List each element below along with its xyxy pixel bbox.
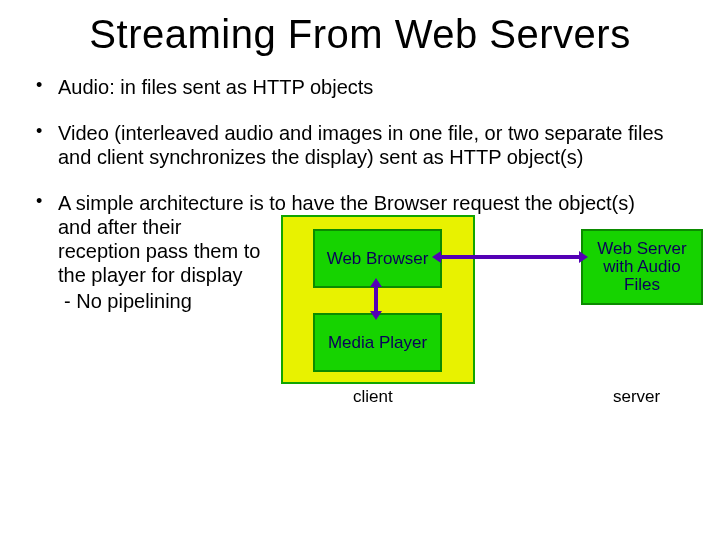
arrow-left-icon bbox=[432, 251, 441, 263]
caption-server: server bbox=[613, 387, 660, 407]
arrow-up-icon bbox=[370, 278, 382, 287]
bullet-2: Video (interleaved audio and images in o… bbox=[30, 121, 690, 169]
bullet-1: Audio: in files sent as HTTP objects bbox=[30, 75, 690, 99]
web-server-box: Web Server with Audio Files bbox=[581, 229, 703, 305]
media-player-box: Media Player bbox=[313, 313, 442, 372]
slide-title: Streaming From Web Servers bbox=[30, 12, 690, 57]
bullet-list: Audio: in files sent as HTTP objects Vid… bbox=[30, 75, 690, 405]
bullet-2-text: Video (interleaved audio and images in o… bbox=[58, 122, 664, 168]
architecture-diagram: Web Browser Media Player Web Server with… bbox=[281, 215, 690, 405]
bullet-1-text: Audio: in files sent as HTTP objects bbox=[58, 76, 373, 98]
arrow-right-icon bbox=[579, 251, 588, 263]
bullet-3-rest: and after their reception pass them to t… bbox=[58, 216, 260, 286]
bullet-3: A simple architecture is to have the Bro… bbox=[30, 191, 690, 405]
arrow-down-icon bbox=[370, 311, 382, 320]
bullet-3-sub: - No pipelining bbox=[58, 289, 263, 313]
vertical-connector bbox=[374, 286, 378, 313]
caption-client: client bbox=[353, 387, 393, 407]
horizontal-connector bbox=[440, 255, 581, 259]
bullet-3-lead: A simple architecture is to have the Bro… bbox=[58, 192, 635, 214]
